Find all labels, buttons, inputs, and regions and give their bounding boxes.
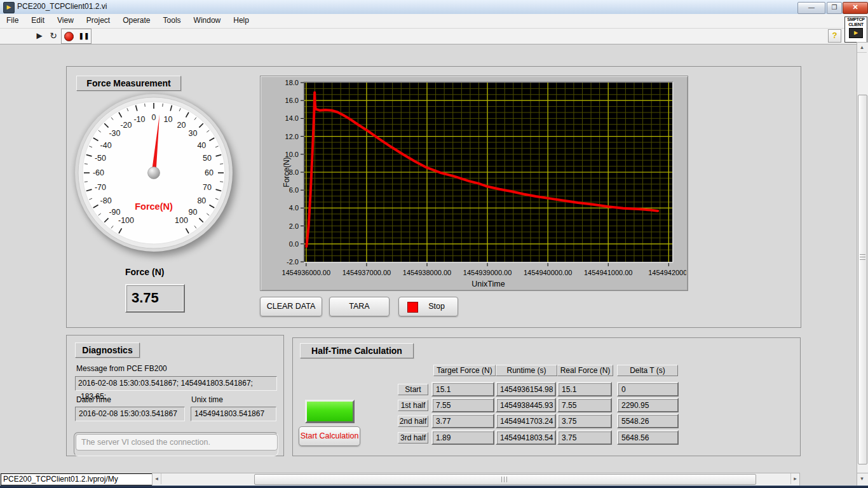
horizontal-scrollbar-thumb[interactable] (254, 474, 756, 485)
scroll-right-icon[interactable]: ▸ (790, 473, 799, 484)
svg-text:2.0: 2.0 (289, 222, 299, 230)
project-context-label: PCE200_TCPClient01.2.lvproj/My Computer (1, 473, 153, 485)
horizontal-scrollbar[interactable]: ◂ ▸ (152, 473, 800, 486)
menu-help[interactable]: Help (227, 14, 255, 27)
svg-text:-80: -80 (100, 196, 112, 205)
table-cell: 15.1 (431, 382, 494, 396)
svg-text:1454939000.00: 1454939000.00 (463, 269, 512, 276)
scroll-down-icon[interactable]: ▾ (857, 473, 867, 484)
connection-status-box: The server VI closed the connection. (74, 432, 278, 456)
title-bar[interactable]: ▶ PCE200_TCPClient01.2.vi — ❐ ✕ (0, 0, 868, 15)
table-cell: 0 (617, 382, 679, 396)
vertical-scrollbar-down[interactable]: ▾ (857, 473, 868, 486)
svg-text:10: 10 (164, 115, 173, 124)
close-button[interactable]: ✕ (843, 2, 868, 14)
table-cell: 1454941803.54 (496, 430, 556, 445)
stop-button[interactable]: Stop (398, 297, 458, 316)
force-time-chart: -2.00.02.04.06.08.010.012.014.016.018.01… (260, 76, 688, 291)
run-continuous-icon: ↻ (50, 30, 57, 41)
labview-vi-icon: ▶ (3, 2, 15, 13)
restore-button[interactable]: ❐ (827, 2, 842, 14)
table-cell: 5548.26 (617, 414, 679, 428)
context-help-button[interactable]: ? (828, 29, 841, 43)
vi-connector-icon[interactable]: SMPTCP CLIENT ▶ (844, 17, 867, 43)
menu-project[interactable]: Project (80, 14, 116, 27)
menu-file[interactable]: File (0, 14, 25, 27)
svg-text:60: 60 (205, 168, 214, 177)
svg-text:90: 90 (189, 208, 198, 217)
vertical-scrollbar-thumb[interactable] (858, 95, 867, 464)
message-label: Message from PCE FB200 (76, 364, 167, 373)
svg-text:Force(N): Force(N) (135, 201, 173, 212)
vi-front-panel-window: ▶ PCE200_TCPClient01.2.vi — ❐ ✕ FileEdit… (0, 0, 868, 488)
menu-bar: FileEditViewProjectOperateToolsWindowHel… (0, 14, 868, 29)
force-readout-display: 3.75 (125, 284, 185, 313)
svg-text:20: 20 (177, 121, 186, 130)
connection-status-message: The server VI closed the connection. (76, 434, 278, 451)
force-time-chart-plot: -2.00.02.04.06.08.010.012.014.016.018.01… (261, 76, 686, 289)
table-row-label-4: 3rd half (398, 432, 428, 444)
stop-icon (407, 302, 418, 313)
svg-text:4.0: 4.0 (289, 204, 299, 212)
svg-text:1454937000.00: 1454937000.00 (342, 269, 391, 276)
table-cell: 7.55 (431, 398, 494, 412)
table-cell: 3.75 (557, 414, 612, 428)
menu-view[interactable]: View (51, 14, 80, 27)
section-title-force-measurement: Force Measurement (76, 76, 181, 91)
table-cell: 1454938445.93 (496, 398, 556, 412)
unixtime-value: 1454941803.541867 (191, 407, 276, 421)
table-row-label-1: Start (398, 384, 428, 395)
table-header-2: Runtime (s) (496, 365, 557, 376)
clear-data-button[interactable]: CLEAR DATA (260, 297, 322, 316)
svg-text:-60: -60 (93, 168, 104, 177)
abort-button[interactable] (62, 29, 76, 43)
pause-button[interactable]: ❚❚ (77, 29, 91, 43)
scroll-left-icon[interactable]: ◂ (153, 473, 161, 484)
table-header-1: Target Force (N) (433, 365, 496, 376)
table-cell: 2290.95 (617, 398, 679, 412)
svg-text:16.0: 16.0 (285, 97, 299, 104)
scroll-up-icon[interactable]: ▴ (857, 43, 867, 53)
table-cell: 1.89 (431, 430, 494, 445)
tara-button[interactable]: TARA (329, 297, 390, 316)
force-readout-label: Force (N) (125, 267, 189, 277)
unixtime-label: Unix time (191, 395, 223, 404)
table-cell: 1454936154.98 (496, 382, 556, 396)
svg-text:0.0: 0.0 (289, 240, 299, 248)
run-icon: ▶ (36, 31, 42, 40)
menu-operate[interactable]: Operate (116, 14, 156, 27)
svg-text:1454936000.00: 1454936000.00 (282, 269, 330, 276)
svg-text:18.0: 18.0 (285, 79, 299, 86)
run-button[interactable]: ▶ (33, 29, 46, 42)
abort-icon (64, 32, 74, 41)
table-cell: 1454941703.24 (496, 414, 556, 428)
help-icon: ? (832, 30, 837, 40)
menu-window[interactable]: Window (187, 14, 227, 27)
table-cell: 3.77 (431, 414, 494, 428)
svg-text:1454938000.00: 1454938000.00 (403, 269, 451, 276)
menu-edit[interactable]: Edit (25, 14, 51, 27)
svg-text:50: 50 (203, 154, 212, 163)
table-header-4: Delta T (s) (617, 365, 678, 376)
datetime-value: 2016-02-08 15:30:03.541867 (75, 407, 185, 421)
run-continuous-button[interactable]: ↻ (47, 29, 60, 42)
svg-text:-70: -70 (95, 183, 106, 192)
svg-text:1454942000.: 1454942000. (648, 269, 686, 276)
svg-text:40: 40 (197, 141, 206, 150)
abort-pause-group: ❚❚ (61, 29, 92, 44)
vi-mini-monitor-icon: ▶ (849, 28, 863, 38)
svg-text:14.0: 14.0 (285, 114, 299, 122)
table-row-label-3: 2nd half (398, 416, 428, 427)
toolbar: ▶ ↻ ❚❚ (0, 29, 868, 44)
calculation-led-indicator (305, 400, 355, 423)
message-value: 2016-02-08 15:30:03.541867; 1454941803.5… (75, 376, 277, 391)
window-title: PCE200_TCPClient01.2.vi (17, 2, 107, 11)
menu-tools[interactable]: Tools (157, 14, 187, 27)
svg-text:UnixTime: UnixTime (471, 280, 505, 288)
force-readout-value: 3.75 (132, 290, 184, 306)
minimize-button[interactable]: — (797, 2, 825, 14)
start-calculation-button[interactable]: Start Calculation (299, 426, 360, 446)
svg-text:-10: -10 (133, 115, 145, 124)
svg-text:10.0: 10.0 (285, 151, 299, 158)
vertical-scrollbar[interactable]: ▴ (857, 42, 868, 474)
